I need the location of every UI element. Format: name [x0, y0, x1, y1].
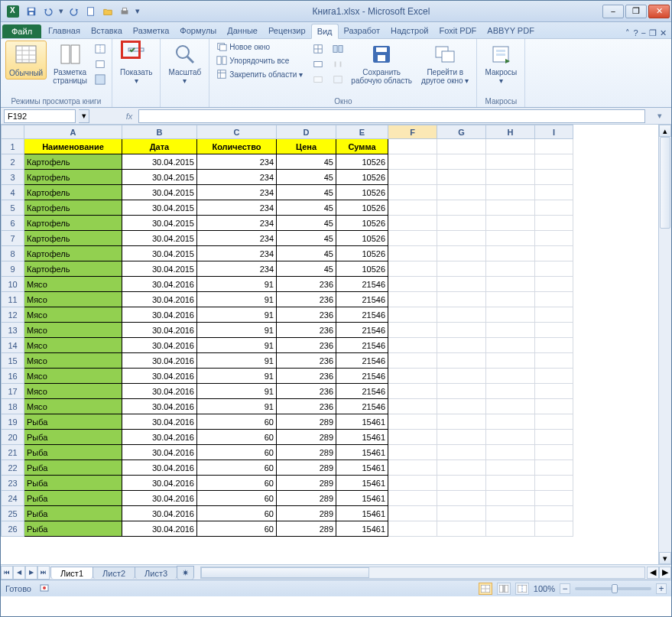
cell[interactable]: 30.04.2016: [122, 414, 197, 430]
cell[interactable]: [437, 369, 486, 384]
freeze-panes-button[interactable]: Закрепить области ▾: [214, 68, 305, 80]
cell[interactable]: 15461: [336, 476, 388, 491]
column-header-I[interactable]: I: [535, 125, 573, 139]
cell[interactable]: [535, 261, 573, 277]
row-header[interactable]: 21: [2, 445, 24, 460]
cell[interactable]: 30.04.2015: [122, 154, 197, 170]
cell[interactable]: [388, 200, 437, 216]
cell[interactable]: 289: [277, 430, 336, 445]
cell[interactable]: 60: [197, 476, 277, 491]
cell[interactable]: 45: [277, 261, 336, 277]
cell[interactable]: 30.04.2016: [122, 460, 197, 476]
cell[interactable]: 21546: [336, 277, 388, 292]
cell[interactable]: 15461: [336, 414, 388, 430]
cell[interactable]: 236: [277, 307, 336, 323]
cell[interactable]: [437, 506, 486, 521]
cell[interactable]: [437, 246, 486, 261]
cell[interactable]: [486, 170, 535, 185]
cell[interactable]: 91: [197, 338, 277, 353]
cell[interactable]: 60: [197, 491, 277, 506]
cell[interactable]: 289: [277, 476, 336, 491]
cell[interactable]: [437, 154, 486, 170]
cell[interactable]: [535, 307, 573, 323]
row-header[interactable]: 24: [2, 491, 24, 506]
cell[interactable]: [535, 185, 573, 200]
cell[interactable]: 60: [197, 414, 277, 430]
zoom-level[interactable]: 100%: [534, 584, 555, 593]
cell[interactable]: [535, 200, 573, 216]
cell[interactable]: 30.04.2015: [122, 200, 197, 216]
select-all-corner[interactable]: [2, 125, 24, 139]
cell[interactable]: [535, 139, 573, 154]
ribbon-tab-рецензир[interactable]: Рецензир: [263, 24, 311, 38]
cell[interactable]: 60: [197, 506, 277, 521]
status-normal-view-button[interactable]: [479, 583, 492, 595]
cell[interactable]: 30.04.2016: [122, 384, 197, 399]
cell[interactable]: 21546: [336, 292, 388, 307]
cell[interactable]: 234: [197, 154, 277, 170]
new-window-button[interactable]: Новое окно: [214, 41, 305, 53]
cell[interactable]: [486, 399, 535, 414]
cell[interactable]: [486, 369, 535, 384]
cell[interactable]: Картофель: [24, 246, 122, 261]
cell[interactable]: [388, 277, 437, 292]
cell[interactable]: 30.04.2015: [122, 231, 197, 246]
switch-windows-button[interactable]: Перейти в другое окно ▾: [418, 41, 472, 86]
cell[interactable]: 236: [277, 277, 336, 292]
cell[interactable]: Картофель: [24, 154, 122, 170]
cell[interactable]: [535, 353, 573, 369]
column-header-F[interactable]: F: [388, 125, 437, 139]
qat-quickprint-button[interactable]: [117, 4, 132, 19]
scroll-up-button[interactable]: ▴: [659, 125, 671, 137]
cell[interactable]: 91: [197, 307, 277, 323]
cell[interactable]: 91: [197, 277, 277, 292]
cell[interactable]: [486, 139, 535, 154]
row-header[interactable]: 4: [2, 185, 24, 200]
cell[interactable]: [388, 460, 437, 476]
cell[interactable]: 21546: [336, 399, 388, 414]
cell[interactable]: 30.04.2016: [122, 323, 197, 338]
cell[interactable]: [535, 154, 573, 170]
cell[interactable]: [437, 307, 486, 323]
row-header[interactable]: 10: [2, 277, 24, 292]
cell[interactable]: Мясо: [24, 292, 122, 307]
cell[interactable]: 236: [277, 384, 336, 399]
cell[interactable]: 45: [277, 185, 336, 200]
cell[interactable]: 30.04.2016: [122, 307, 197, 323]
fx-button[interactable]: fx: [120, 112, 138, 121]
cell[interactable]: 30.04.2016: [122, 353, 197, 369]
cell[interactable]: 91: [197, 353, 277, 369]
cell[interactable]: [437, 277, 486, 292]
cell[interactable]: 15461: [336, 430, 388, 445]
cell[interactable]: [437, 216, 486, 231]
cell[interactable]: [388, 369, 437, 384]
qat-customize-dropdown[interactable]: ▾: [134, 4, 141, 19]
close-button[interactable]: ✕: [648, 5, 670, 18]
cell[interactable]: Мясо: [24, 369, 122, 384]
minimize-button[interactable]: −: [602, 5, 624, 18]
cell[interactable]: [535, 521, 573, 537]
cell[interactable]: [388, 476, 437, 491]
cell[interactable]: 30.04.2016: [122, 430, 197, 445]
cell[interactable]: 30.04.2016: [122, 369, 197, 384]
cell[interactable]: [535, 506, 573, 521]
cell[interactable]: [388, 216, 437, 231]
ribbon-tab-главная[interactable]: Главная: [43, 24, 86, 38]
cell[interactable]: 234: [197, 185, 277, 200]
cell[interactable]: [486, 216, 535, 231]
qat-save-button[interactable]: [24, 4, 39, 19]
cell[interactable]: Мясо: [24, 399, 122, 414]
cell[interactable]: [486, 277, 535, 292]
cell[interactable]: Картофель: [24, 231, 122, 246]
tab-nav-last[interactable]: ⏭: [37, 566, 50, 580]
row-header[interactable]: 3: [2, 170, 24, 185]
cell[interactable]: [388, 139, 437, 154]
cell[interactable]: 45: [277, 231, 336, 246]
cell[interactable]: Мясо: [24, 277, 122, 292]
cell[interactable]: [437, 353, 486, 369]
cell[interactable]: [486, 476, 535, 491]
cell[interactable]: 10526: [336, 200, 388, 216]
cell[interactable]: [437, 185, 486, 200]
cell[interactable]: [486, 185, 535, 200]
row-header[interactable]: 22: [2, 460, 24, 476]
